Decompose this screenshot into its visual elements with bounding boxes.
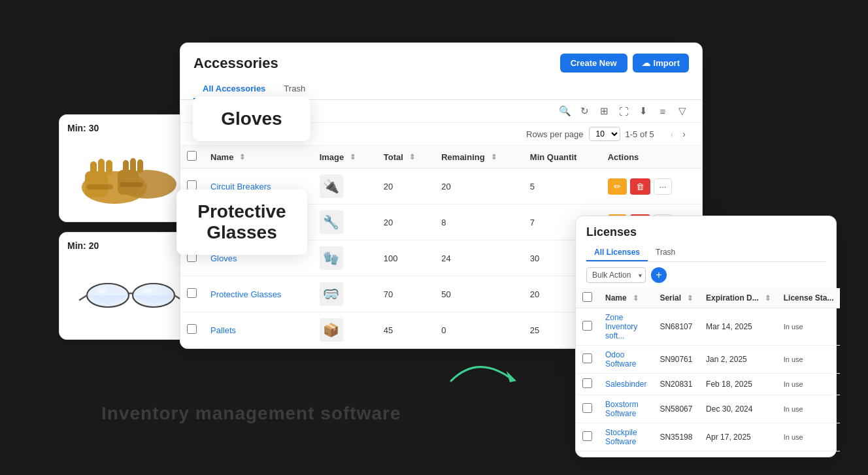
svg-rect-10 bbox=[87, 184, 113, 189]
prev-page-button[interactable]: ‹ bbox=[667, 127, 677, 140]
funnel-icon[interactable]: ▽ bbox=[676, 105, 689, 117]
licenses-table: Name⇕ Serial⇕ Expiration D...⇕ License S… bbox=[576, 288, 840, 451]
glasses-min-label: Min: 20 bbox=[67, 240, 99, 251]
header-buttons: Create New ☁ Import bbox=[560, 54, 689, 73]
license-status: In use bbox=[784, 433, 803, 441]
add-license-button[interactable]: + bbox=[651, 267, 667, 283]
license-row: Stockpile Software SN35198 Apr 17, 2025 … bbox=[576, 423, 840, 451]
license-name-link[interactable]: Boxstorm Software bbox=[605, 400, 639, 418]
filter-icon[interactable]: ≡ bbox=[656, 106, 669, 117]
license-serial: SN90761 bbox=[653, 346, 699, 374]
item-min-qty: 5 bbox=[524, 169, 601, 205]
item-image: 📦 bbox=[320, 318, 343, 342]
item-name-link[interactable]: Pallets bbox=[210, 325, 236, 335]
next-page-button[interactable]: › bbox=[679, 127, 689, 140]
license-expiration: Dec 30, 2024 bbox=[699, 395, 777, 423]
license-row: Odoo Software SN90761 Jan 2, 2025 In use bbox=[576, 346, 840, 374]
licenses-title: Licenses bbox=[586, 225, 826, 239]
item-remaining: 24 bbox=[435, 240, 524, 276]
row-checkbox[interactable] bbox=[187, 180, 197, 190]
refresh-icon[interactable]: ↻ bbox=[578, 105, 591, 117]
pagination-range: 1-5 of 5 bbox=[626, 129, 654, 139]
license-name-link[interactable]: Zone Inventory soft... bbox=[605, 313, 637, 340]
item-image: 🔌 bbox=[320, 174, 343, 198]
rows-per-page-select[interactable]: 10 25 50 bbox=[589, 127, 620, 141]
rows-per-page-label: Rows per page bbox=[526, 129, 583, 139]
gloves-min-label: Min: 30 bbox=[67, 123, 99, 133]
col-actions: Actions bbox=[608, 152, 639, 162]
item-total: 20 bbox=[377, 205, 435, 240]
lic-col-expiration: Expiration D... bbox=[706, 293, 759, 303]
item-remaining: 50 bbox=[435, 276, 524, 312]
tab-trash-licenses[interactable]: Trash bbox=[648, 244, 683, 261]
lic-col-name: Name bbox=[605, 293, 627, 303]
fullscreen-icon[interactable]: ⛶ bbox=[617, 106, 630, 117]
license-checkbox[interactable] bbox=[582, 378, 592, 388]
svg-rect-7 bbox=[123, 160, 129, 174]
cloud-icon: ☁ bbox=[642, 58, 650, 68]
svg-point-17 bbox=[97, 288, 107, 293]
licenses-tabs: All Licenses Trash bbox=[586, 244, 826, 262]
license-checkbox[interactable] bbox=[582, 431, 592, 441]
svg-rect-6 bbox=[106, 160, 112, 174]
col-name: Name bbox=[210, 152, 233, 162]
col-min-qty: Min Quantit bbox=[530, 152, 577, 162]
license-name-link[interactable]: Odoo Software bbox=[605, 350, 636, 369]
svg-rect-5 bbox=[98, 159, 105, 174]
tabs-bar: All Accessories Trash bbox=[180, 73, 702, 100]
col-total: Total bbox=[384, 152, 403, 162]
licenses-panel: Licenses All Licenses Trash Bulk Action … bbox=[575, 216, 837, 457]
grid-icon[interactable]: ⊞ bbox=[597, 105, 610, 117]
arrow-decoration bbox=[444, 342, 523, 397]
create-new-button[interactable]: Create New bbox=[560, 54, 627, 73]
col-remaining: Remaining bbox=[441, 152, 484, 162]
license-expiration: Feb 18, 2025 bbox=[699, 374, 777, 395]
item-image: 🔧 bbox=[320, 210, 343, 234]
download-icon[interactable]: ⬇ bbox=[637, 105, 650, 117]
import-button[interactable]: ☁ Import bbox=[633, 54, 689, 73]
row-checkbox[interactable] bbox=[187, 324, 197, 334]
item-name-link[interactable]: Protective Glasses bbox=[210, 289, 281, 299]
license-serial: SN20831 bbox=[653, 374, 699, 395]
action-buttons: ✏ 🗑 ··· bbox=[608, 178, 695, 195]
license-serial: SN35198 bbox=[653, 423, 699, 451]
panel-header: Accessories Create New ☁ Import bbox=[180, 43, 702, 73]
svg-rect-8 bbox=[130, 158, 136, 173]
item-remaining: 8 bbox=[435, 205, 524, 240]
license-status: In use bbox=[784, 355, 803, 363]
lic-col-status: License Sta... bbox=[784, 293, 834, 303]
delete-button[interactable]: 🗑 bbox=[630, 178, 650, 195]
license-status: In use bbox=[784, 405, 803, 413]
lic-col-serial: Serial bbox=[659, 293, 681, 303]
search-icon[interactable]: 🔍 bbox=[558, 105, 571, 117]
license-row: Boxstorm Software SN58067 Dec 30, 2024 I… bbox=[576, 395, 840, 423]
license-serial: SN58067 bbox=[653, 395, 699, 423]
svg-rect-9 bbox=[137, 159, 143, 173]
license-name-link[interactable]: Salesbinder bbox=[605, 380, 646, 389]
select-all-licenses-checkbox[interactable] bbox=[582, 292, 592, 302]
item-image: 🥽 bbox=[320, 282, 343, 306]
more-button[interactable]: ··· bbox=[654, 178, 673, 195]
tab-all-licenses[interactable]: All Licenses bbox=[586, 244, 648, 261]
select-all-checkbox[interactable] bbox=[187, 151, 197, 161]
license-checkbox[interactable] bbox=[582, 353, 592, 363]
item-remaining: 20 bbox=[435, 169, 524, 205]
license-expiration: Jan 2, 2025 bbox=[699, 346, 777, 374]
item-total: 45 bbox=[377, 312, 435, 348]
col-image: Image bbox=[320, 152, 344, 162]
license-checkbox[interactable] bbox=[582, 403, 592, 413]
license-row: Salesbinder SN20831 Feb 18, 2025 In use bbox=[576, 374, 840, 395]
svg-line-15 bbox=[80, 295, 87, 300]
license-expiration: Mar 14, 2025 bbox=[699, 308, 777, 346]
bulk-action-select[interactable]: Bulk Action bbox=[586, 267, 646, 283]
glasses-tooltip: Protective Glasses bbox=[176, 189, 307, 255]
license-name-link[interactable]: Stockpile Software bbox=[605, 428, 637, 446]
license-row: Zone Inventory soft... SN68107 Mar 14, 2… bbox=[576, 308, 840, 346]
license-checkbox[interactable] bbox=[582, 321, 592, 331]
item-image: 🧤 bbox=[320, 246, 343, 270]
license-status: In use bbox=[784, 323, 803, 331]
rows-per-page-control[interactable]: 10 25 50 bbox=[589, 127, 620, 141]
row-checkbox[interactable] bbox=[187, 288, 197, 298]
license-expiration: Apr 17, 2025 bbox=[699, 423, 777, 451]
edit-button[interactable]: ✏ bbox=[608, 178, 627, 195]
